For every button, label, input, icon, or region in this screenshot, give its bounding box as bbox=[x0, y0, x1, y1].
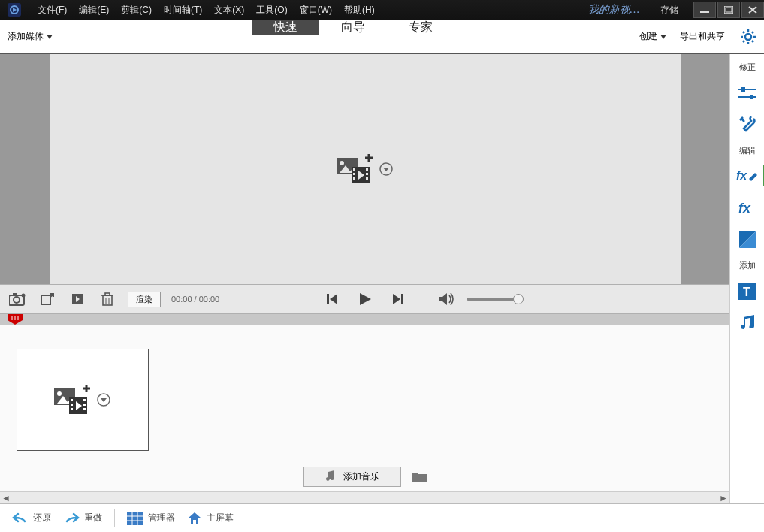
menu-text[interactable]: 文本(X) bbox=[208, 1, 250, 20]
playhead-line bbox=[14, 325, 14, 461]
tools-button[interactable] bbox=[736, 113, 759, 136]
svg-rect-36 bbox=[13, 293, 17, 296]
marker-icon bbox=[71, 292, 84, 306]
menu-window[interactable]: 窗口(W) bbox=[294, 1, 338, 20]
playhead[interactable] bbox=[8, 314, 23, 325]
music-row: 添加音乐 bbox=[0, 461, 729, 491]
window-controls bbox=[692, 2, 764, 18]
dropdown-circle-icon[interactable] bbox=[96, 392, 111, 407]
menu-help[interactable]: 帮助(H) bbox=[338, 1, 381, 20]
svg-line-17 bbox=[752, 32, 753, 33]
timeline-ruler[interactable] bbox=[0, 314, 729, 325]
titles-button[interactable]: T bbox=[736, 280, 759, 303]
svg-rect-50 bbox=[401, 294, 403, 304]
svg-rect-38 bbox=[41, 295, 50, 304]
text-icon: T bbox=[738, 283, 756, 300]
svg-rect-61 bbox=[71, 404, 73, 406]
volume-button[interactable] bbox=[438, 289, 457, 309]
scroll-left-icon[interactable]: ◄ bbox=[0, 492, 12, 503]
home-button[interactable]: 主屏幕 bbox=[183, 508, 238, 529]
panel-edit-label: 编辑 bbox=[739, 145, 756, 156]
svg-point-10 bbox=[745, 34, 751, 40]
snapshot-button[interactable] bbox=[8, 289, 27, 309]
transport-bar: 渲染 00:00 / 00:00 bbox=[0, 284, 729, 314]
tab-guided[interactable]: 向导 bbox=[319, 20, 387, 35]
svg-rect-62 bbox=[71, 408, 73, 410]
delete-button[interactable] bbox=[98, 289, 117, 309]
menu-tools[interactable]: 工具(O) bbox=[250, 1, 293, 20]
folder-icon[interactable] bbox=[412, 471, 427, 482]
close-icon[interactable] bbox=[741, 2, 764, 18]
volume-knob[interactable] bbox=[513, 294, 524, 304]
svg-rect-65 bbox=[83, 408, 86, 410]
right-panel: 修正 编辑 fx fx 添加 T bbox=[729, 54, 764, 503]
preview-placeholder bbox=[337, 152, 394, 186]
svg-rect-63 bbox=[83, 399, 86, 401]
svg-rect-74 bbox=[750, 95, 753, 99]
svg-line-15 bbox=[743, 32, 744, 33]
svg-marker-9 bbox=[660, 35, 666, 39]
adjust-button[interactable] bbox=[736, 82, 759, 104]
export-share-button[interactable]: 导出和共享 bbox=[680, 30, 725, 43]
undo-button[interactable]: 还原 bbox=[8, 509, 56, 528]
organizer-button[interactable]: 管理器 bbox=[122, 509, 180, 528]
minimize-icon[interactable] bbox=[693, 2, 716, 18]
main-toolbar: 添加媒体 快速 向导 专家 创建 导出和共享 bbox=[0, 20, 764, 54]
track-area[interactable] bbox=[0, 325, 729, 461]
preview-area bbox=[0, 54, 729, 284]
horizontal-scrollbar[interactable]: ◄ ► bbox=[0, 491, 729, 503]
svg-marker-70 bbox=[101, 398, 107, 402]
play-button[interactable] bbox=[355, 289, 375, 309]
svg-marker-33 bbox=[383, 168, 389, 171]
svg-point-35 bbox=[14, 297, 20, 303]
svg-point-57 bbox=[57, 391, 62, 396]
color-button[interactable] bbox=[736, 228, 759, 251]
fx-button[interactable]: fx bbox=[736, 197, 759, 219]
sliders-icon bbox=[738, 86, 756, 101]
menu-file[interactable]: 文件(F) bbox=[32, 1, 73, 20]
titlebar: 文件(F) 编辑(E) 剪辑(C) 时间轴(T) 文本(X) 工具(O) 窗口(… bbox=[0, 0, 764, 20]
render-button[interactable]: 渲染 bbox=[128, 292, 161, 307]
marker-button[interactable] bbox=[68, 289, 87, 309]
color-split-icon bbox=[739, 231, 756, 248]
menu-clip[interactable]: 剪辑(C) bbox=[115, 1, 158, 20]
settings-button[interactable] bbox=[738, 27, 758, 47]
rotate-button[interactable] bbox=[38, 289, 57, 309]
rotate-icon bbox=[40, 292, 55, 306]
svg-rect-43 bbox=[105, 293, 110, 295]
tab-expert[interactable]: 专家 bbox=[387, 20, 454, 35]
audio-button[interactable] bbox=[736, 312, 759, 334]
document-title: 我的新视… bbox=[588, 3, 639, 17]
svg-point-37 bbox=[22, 294, 26, 298]
music-note-icon bbox=[325, 470, 336, 482]
home-label: 主屏幕 bbox=[207, 512, 234, 524]
svg-rect-28 bbox=[366, 177, 368, 180]
timeline: 添加音乐 ◄ ► bbox=[0, 314, 729, 503]
svg-marker-47 bbox=[330, 294, 337, 304]
svg-rect-41 bbox=[103, 295, 112, 305]
save-button[interactable]: 存储 bbox=[660, 4, 678, 17]
undo-icon bbox=[12, 512, 29, 525]
preview-canvas[interactable] bbox=[50, 54, 681, 284]
clip-slot[interactable] bbox=[17, 349, 149, 451]
menu-timeline[interactable]: 时间轴(T) bbox=[158, 1, 208, 20]
add-music-button[interactable]: 添加音乐 bbox=[303, 467, 401, 487]
maximize-icon[interactable] bbox=[717, 2, 740, 18]
dropdown-circle-icon[interactable] bbox=[379, 162, 394, 177]
volume-slider[interactable] bbox=[467, 298, 519, 301]
next-frame-button[interactable] bbox=[388, 289, 408, 309]
svg-rect-87 bbox=[193, 520, 196, 524]
redo-button[interactable]: 重做 bbox=[59, 509, 107, 528]
svg-rect-60 bbox=[71, 399, 73, 401]
create-button[interactable]: 创建 bbox=[639, 30, 666, 43]
undo-label: 还原 bbox=[33, 512, 51, 524]
fx-marker-button[interactable]: fx bbox=[736, 165, 759, 188]
scroll-right-icon[interactable]: ► bbox=[717, 492, 729, 503]
timecode: 00:00 / 00:00 bbox=[171, 295, 219, 304]
tab-quick[interactable]: 快速 bbox=[252, 20, 319, 35]
menu-edit[interactable]: 编辑(E) bbox=[73, 1, 115, 20]
app-logo-icon bbox=[5, 0, 24, 20]
add-media-button[interactable]: 添加媒体 bbox=[6, 27, 54, 46]
svg-point-20 bbox=[340, 161, 344, 165]
prev-frame-button[interactable] bbox=[322, 289, 342, 309]
